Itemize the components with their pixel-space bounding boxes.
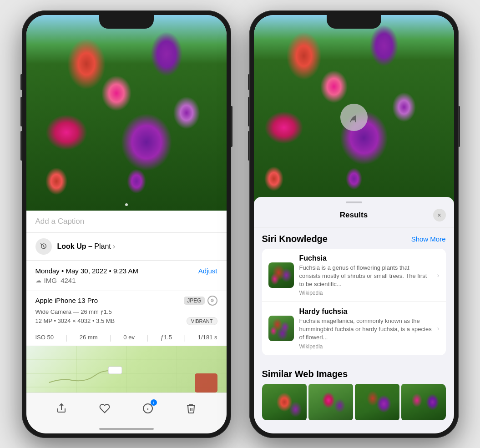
phone-2: Results × Siri Knowledge Show More [249, 10, 459, 438]
map-area[interactable] [26, 346, 227, 396]
close-button[interactable]: × [433, 209, 446, 221]
exif-ev: 0 ev [123, 334, 135, 342]
notch [99, 15, 154, 29]
hardy-chevron: › [437, 325, 440, 332]
exif-row: ISO 50 | 26 mm | 0 ev | ƒ1.5 | 1/181 s [26, 330, 227, 346]
fuchsia-source: Wikipedia [299, 290, 432, 296]
exif-shutter: 1/181 s [198, 334, 217, 342]
camera-section: Apple iPhone 13 Pro JPEG ⚙ Wide Camera —… [26, 291, 227, 330]
hardy-desc: Fuchsia magellanica, commonly known as t… [299, 317, 432, 342]
similar-image-1[interactable] [262, 384, 307, 420]
similar-image-2[interactable] [308, 384, 353, 420]
similar-image-3[interactable] [355, 384, 399, 420]
fuchsia-chevron: › [437, 272, 440, 279]
fuchsia-desc: Fuchsia is a genus of flowering plants t… [299, 264, 432, 289]
similar-images-section: Similar Web Images [254, 362, 454, 424]
filename: IMG_4241 [44, 277, 76, 284]
lookup-text: Look Up – Plant› [57, 242, 116, 251]
delete-button[interactable] [183, 400, 199, 417]
siri-header: Siri Knowledge Show More [262, 234, 446, 244]
exif-aperture: ƒ1.5 [161, 334, 172, 342]
results-header: Results × [254, 206, 454, 227]
drag-handle[interactable] [346, 201, 362, 203]
photo-area-2[interactable] [254, 15, 454, 220]
svg-rect-6 [108, 367, 122, 374]
svg-rect-7 [195, 373, 217, 393]
results-content[interactable]: Siri Knowledge Show More Fuchsia [254, 227, 454, 433]
page-indicator [125, 203, 128, 206]
volume-down-button-2[interactable] [248, 131, 249, 161]
lookup-row[interactable]: Look Up – Plant› [26, 233, 227, 261]
resolution-text: 12 MP • 3024 × 4032 • 3.5 MB [35, 317, 115, 324]
date-info-section: Monday • May 30, 2022 • 9:23 AM Adjust ☁… [26, 261, 227, 291]
share-button[interactable] [53, 400, 70, 417]
exif-iso: ISO 50 [35, 334, 54, 342]
volume-down-button[interactable] [20, 131, 22, 161]
fuchsia-name: Fuchsia [299, 254, 432, 262]
siri-knowledge-title: Siri Knowledge [262, 234, 328, 244]
hardy-name: Hardy fuchsia [299, 307, 432, 316]
caption-area[interactable]: Add a Caption [26, 211, 227, 233]
exif-focal: 26 mm [80, 334, 98, 342]
adjust-button[interactable]: Adjust [198, 267, 217, 275]
flower-image [26, 15, 227, 211]
power-button-2[interactable] [459, 106, 460, 147]
siri-knowledge-section: Siri Knowledge Show More Fuchsia [254, 227, 454, 362]
results-title: Results [275, 211, 433, 220]
knowledge-card: Fuchsia Fuchsia is a genus of flowering … [262, 249, 446, 355]
camera-model: Apple iPhone 13 Pro [35, 297, 98, 304]
show-more-button[interactable]: Show More [411, 235, 446, 243]
results-panel: Results × Siri Knowledge Show More [254, 197, 454, 433]
cloud-icon: ☁ [35, 277, 41, 284]
knowledge-item-fuchsia[interactable]: Fuchsia Fuchsia is a genus of flowering … [262, 249, 446, 302]
info-button[interactable]: i [140, 400, 156, 417]
fuchsia-info: Fuchsia Fuchsia is a genus of flowering … [299, 254, 432, 297]
power-button[interactable] [231, 106, 232, 147]
settings-icon: ⚙ [207, 296, 217, 306]
home-indicator [99, 428, 154, 430]
hardy-info: Hardy fuchsia Fuchsia magellanica, commo… [299, 307, 432, 350]
similar-images-grid[interactable] [262, 384, 446, 420]
similar-images-title: Similar Web Images [262, 369, 446, 379]
format-badge: JPEG [184, 297, 204, 305]
caption-placeholder[interactable]: Add a Caption [35, 217, 85, 226]
fuchsia-thumbnail [268, 262, 294, 288]
bottom-toolbar: i [26, 393, 227, 433]
favorite-button[interactable] [96, 400, 113, 417]
style-badge: VIBRANT [187, 317, 217, 325]
hardy-source: Wikipedia [299, 343, 432, 350]
siri-visual-button[interactable] [340, 104, 368, 131]
hardy-thumbnail [268, 316, 294, 341]
knowledge-item-hardy[interactable]: Hardy fuchsia Fuchsia magellanica, commo… [262, 302, 446, 355]
camera-resolution-row: 12 MP • 3024 × 4032 • 3.5 MB VIBRANT [35, 317, 217, 325]
phone-1: Add a Caption Look Up – Plant› Monday • … [22, 10, 231, 438]
similar-image-4[interactable] [401, 384, 446, 420]
notch-2 [327, 15, 381, 29]
date-text: Monday • May 30, 2022 • 9:23 AM [35, 267, 138, 275]
lookup-icon [35, 238, 52, 255]
info-badge: i [151, 399, 157, 406]
volume-up-button[interactable] [20, 97, 22, 126]
camera-details: Wide Camera — 26 mm ƒ1.5 [35, 308, 217, 315]
volume-up-button-2[interactable] [248, 97, 249, 126]
photo-area[interactable] [26, 15, 227, 211]
